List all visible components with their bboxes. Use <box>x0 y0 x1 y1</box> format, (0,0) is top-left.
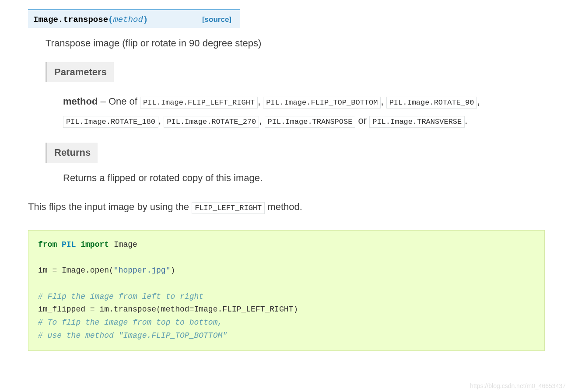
param-const-3: PIL.Image.ROTATE_180 <box>63 116 158 128</box>
signature-param: method <box>113 15 143 24</box>
explain-code: FLIP_LEFT_RIGHT <box>192 202 265 214</box>
code-comment-2: # To flip the image from top to bottom, <box>38 318 222 327</box>
returns-header: Returns <box>46 143 98 163</box>
code-string-hopper: "hopper.jpg" <box>114 266 171 275</box>
code-block: from PIL import Image im = Image.open("h… <box>28 230 545 351</box>
source-link[interactable]: [source] <box>202 15 231 24</box>
code-line-open: im = Image.open( <box>38 266 114 275</box>
param-prefix: – One of <box>98 96 140 107</box>
signature-text: Image.transpose(method) <box>33 14 148 24</box>
example-description: This flips the input image by using the … <box>28 201 545 213</box>
code-name-image: Image <box>114 240 137 249</box>
method-description: Transpose image (flip or rotate in 90 de… <box>46 38 545 49</box>
code-line-transpose: im_flipped = im.transpose(method=Image.F… <box>38 305 298 314</box>
param-const-0: PIL.Image.FLIP_LEFT_RIGHT <box>140 97 258 108</box>
code-kw-import: import <box>81 240 109 249</box>
code-comment-3: # use the method "Image.FLIP_TOP_BOTTOM" <box>38 331 227 340</box>
signature-lparen: ( <box>108 15 113 24</box>
returns-section: Returns Returns a flipped or rotated cop… <box>46 143 545 184</box>
param-const-1: PIL.Image.FLIP_TOP_BOTTOM <box>263 97 381 108</box>
signature-classmethod: Image.transpose <box>33 15 108 24</box>
parameters-body: method – One of PIL.Image.FLIP_LEFT_RIGH… <box>63 92 545 130</box>
code-kw-from: from <box>38 240 57 249</box>
method-signature-header: Image.transpose(method) [source] <box>28 9 240 28</box>
sep-0: , <box>258 96 263 107</box>
param-const-6: PIL.Image.TRANSVERSE <box>369 116 465 128</box>
sep-3: , <box>158 115 164 126</box>
explain-post: method. <box>265 201 302 212</box>
explain-pre: This flips the input image by using the <box>28 201 192 212</box>
params-end: . <box>465 115 467 126</box>
sep-4: , <box>259 115 264 126</box>
param-const-2: PIL.Image.ROTATE_90 <box>386 97 477 108</box>
signature-rparen: ) <box>143 15 148 24</box>
or-sep: or <box>355 115 369 126</box>
parameters-section: Parameters method – One of PIL.Image.FLI… <box>46 62 545 130</box>
parameters-header: Parameters <box>46 62 114 82</box>
sep-1: , <box>381 96 386 107</box>
code-module-pil: PIL <box>62 240 76 249</box>
code-line-open-end: ) <box>170 266 175 275</box>
sep-2: , <box>477 96 480 107</box>
code-comment-1: # Flip the image from left to right <box>38 292 203 301</box>
param-const-5: PIL.Image.TRANSPOSE <box>265 116 356 128</box>
param-name: method <box>63 96 98 107</box>
param-const-4: PIL.Image.ROTATE_270 <box>164 116 259 128</box>
returns-body: Returns a flipped or rotated copy of thi… <box>63 172 545 184</box>
